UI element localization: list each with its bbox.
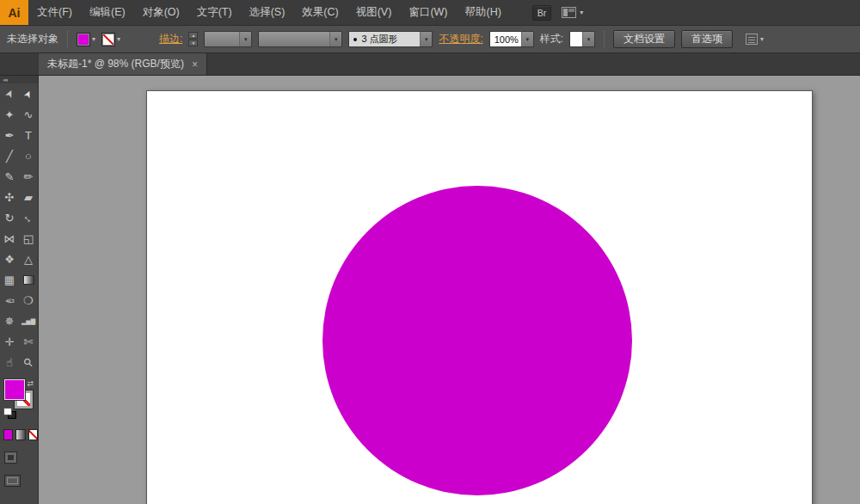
menu-object[interactable]: 对象(O) xyxy=(134,0,188,25)
width-tool[interactable]: ⋈ xyxy=(0,228,19,249)
shape-builder-tool[interactable]: ❖ xyxy=(0,249,19,269)
blob-brush-tool[interactable]: ✣ xyxy=(0,187,19,207)
menu-effect[interactable]: 效果(C) xyxy=(293,0,347,25)
paintbrush-tool[interactable]: ✎ xyxy=(0,166,19,187)
direct-selection-tool[interactable]: ➤ xyxy=(19,83,38,104)
menu-file[interactable]: 文件(F) xyxy=(28,0,81,25)
stroke-weight-combo[interactable]: ▾ xyxy=(204,31,252,47)
line-segment-icon: ╱ xyxy=(6,151,13,162)
chevron-down-icon[interactable]: ▾ xyxy=(420,32,432,46)
close-icon[interactable]: × xyxy=(192,58,198,71)
mesh-tool[interactable]: ▦ xyxy=(0,269,19,290)
opacity-combo[interactable]: 100% ▾ xyxy=(489,31,534,47)
eyedropper-tool[interactable]: ✑ xyxy=(0,290,19,310)
eraser-tool[interactable]: ▰ xyxy=(19,187,38,207)
slice-tool[interactable]: ✄ xyxy=(19,331,38,352)
blob-brush-icon: ✣ xyxy=(5,192,15,203)
control-panel-menu-button[interactable]: ▾ xyxy=(746,34,764,45)
canvas-pasteboard[interactable] xyxy=(39,76,860,504)
stepper-down-icon[interactable]: ▼ xyxy=(188,40,198,46)
fill-dropdown-icon[interactable]: ▾ xyxy=(92,36,95,43)
tools-panel-collapse-icon[interactable]: ◂◂ xyxy=(0,76,38,83)
stroke-dropdown-icon[interactable]: ▾ xyxy=(117,36,120,43)
document-tab[interactable]: 未标题-1* @ 98% (RGB/预览) × xyxy=(39,53,207,75)
menu-view[interactable]: 视图(V) xyxy=(347,0,401,25)
hand-tool[interactable]: ☝ xyxy=(0,352,19,372)
selection-arrow-icon: ➤ xyxy=(3,88,15,100)
pen-tool[interactable]: ✒ xyxy=(0,125,19,145)
rotate-tool[interactable]: ↻ xyxy=(0,207,19,228)
panel-menu-icon xyxy=(746,34,758,45)
style-label: 样式: xyxy=(540,32,563,46)
document-tab-title: 未标题-1* @ 98% (RGB/预览) xyxy=(47,57,184,71)
menu-edit[interactable]: 编辑(E) xyxy=(81,0,134,25)
type-tool[interactable]: T xyxy=(19,125,38,145)
separator xyxy=(67,30,68,48)
menu-select[interactable]: 选择(S) xyxy=(241,0,294,25)
fill-color-control[interactable]: ▾ xyxy=(77,33,95,46)
workspace-switcher[interactable]: ▾ xyxy=(562,7,583,18)
stepper-up-icon[interactable]: ▲ xyxy=(188,32,198,39)
menu-type[interactable]: 文字(T) xyxy=(188,0,241,25)
stroke-color-control[interactable]: ▾ xyxy=(101,33,120,46)
brush-definition-combo[interactable]: 3 点圆形 ▾ xyxy=(348,31,433,47)
gradient-tool[interactable] xyxy=(19,269,38,290)
opacity-label[interactable]: 不透明度: xyxy=(439,32,482,46)
menu-help[interactable]: 帮助(H) xyxy=(457,0,510,25)
blend-tool[interactable]: ❍ xyxy=(19,290,38,310)
scale-tool[interactable]: ↔ xyxy=(19,207,38,228)
appearance-buttons xyxy=(3,429,38,440)
color-button[interactable] xyxy=(3,429,13,440)
fill-swatch[interactable] xyxy=(5,380,24,399)
gradient-icon xyxy=(23,275,34,285)
fill-color-swatch[interactable] xyxy=(77,33,90,46)
scale-icon: ↔ xyxy=(21,210,36,225)
chevron-down-icon: ▾ xyxy=(580,9,583,16)
stroke-none-swatch[interactable] xyxy=(101,33,115,46)
default-fill-stroke-icon[interactable] xyxy=(3,408,16,419)
style-combo[interactable]: ▾ xyxy=(569,31,595,47)
preferences-button[interactable]: 首选项 xyxy=(681,30,733,48)
chevron-down-icon[interactable]: ▾ xyxy=(239,32,251,46)
magic-wand-icon: ✦ xyxy=(5,109,15,120)
perspective-grid-tool[interactable]: △ xyxy=(19,249,38,269)
symbol-sprayer-icon: ✵ xyxy=(5,316,15,327)
tools-panel: ◂◂ ➤ ➤ ✦ ∿ ✒ T ╱ ○ ✎ ✏ ✣ ▰ ↻ ↔ ⋈ ◱ ❖ △ ▦… xyxy=(0,76,39,504)
chevron-down-icon: ▾ xyxy=(760,36,764,43)
selection-tool[interactable]: ➤ xyxy=(0,83,19,104)
drawn-magenta-circle[interactable] xyxy=(322,186,632,495)
chevron-down-icon[interactable]: ▾ xyxy=(521,32,533,46)
line-segment-tool[interactable]: ╱ xyxy=(0,145,19,166)
chevron-down-icon[interactable]: ▾ xyxy=(582,32,594,46)
symbol-sprayer-tool[interactable]: ✵ xyxy=(0,310,19,331)
swap-fill-stroke-icon[interactable]: ⇄ xyxy=(27,379,34,388)
lasso-tool[interactable]: ∿ xyxy=(19,104,38,125)
menubar-right-group: Br ▾ xyxy=(532,0,584,25)
chevron-down-icon[interactable]: ▾ xyxy=(329,32,341,46)
stroke-weight-stepper[interactable]: ▲ ▼ xyxy=(188,32,198,46)
blend-icon: ❍ xyxy=(23,295,34,306)
column-graph-icon: ▂▅▇ xyxy=(22,318,35,324)
free-transform-tool[interactable]: ◱ xyxy=(19,228,38,249)
menu-window[interactable]: 窗口(W) xyxy=(400,0,456,25)
ellipse-tool[interactable]: ○ xyxy=(19,145,38,166)
artboard-tool[interactable]: ✛ xyxy=(0,331,19,352)
eraser-icon: ▰ xyxy=(24,192,33,203)
document-tab-bar: 未标题-1* @ 98% (RGB/预览) × xyxy=(0,53,860,76)
drawing-mode-button[interactable] xyxy=(4,452,17,464)
stroke-weight-label[interactable]: 描边: xyxy=(159,32,182,46)
none-button[interactable] xyxy=(28,429,38,440)
pencil-tool[interactable]: ✏ xyxy=(19,166,38,187)
zoom-tool[interactable]: ⚲ xyxy=(19,352,38,372)
type-icon: T xyxy=(25,130,32,141)
menu-bar: Ai 文件(F) 编辑(E) 对象(O) 文字(T) 选择(S) 效果(C) 视… xyxy=(0,0,860,26)
direct-selection-arrow-icon: ➤ xyxy=(22,88,34,99)
magic-wand-tool[interactable]: ✦ xyxy=(0,104,19,125)
column-graph-tool[interactable]: ▂▅▇ xyxy=(19,310,38,331)
bridge-button[interactable]: Br xyxy=(532,5,552,21)
brush-definition-value: 3 点圆形 xyxy=(357,33,420,46)
document-setup-button[interactable]: 文档设置 xyxy=(613,30,675,48)
width-profile-combo[interactable]: ▾ xyxy=(258,31,342,47)
gradient-button[interactable] xyxy=(15,429,25,440)
screen-mode-button[interactable] xyxy=(4,475,21,487)
